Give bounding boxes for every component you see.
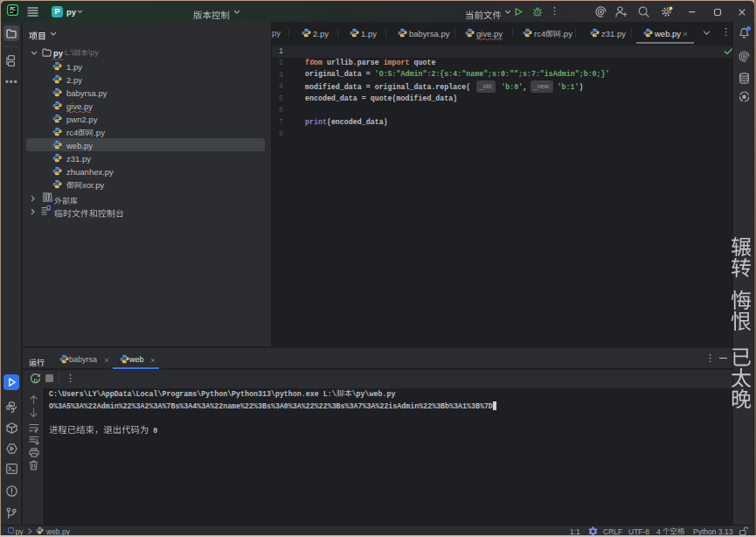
svg-text:PC: PC [10,7,16,11]
